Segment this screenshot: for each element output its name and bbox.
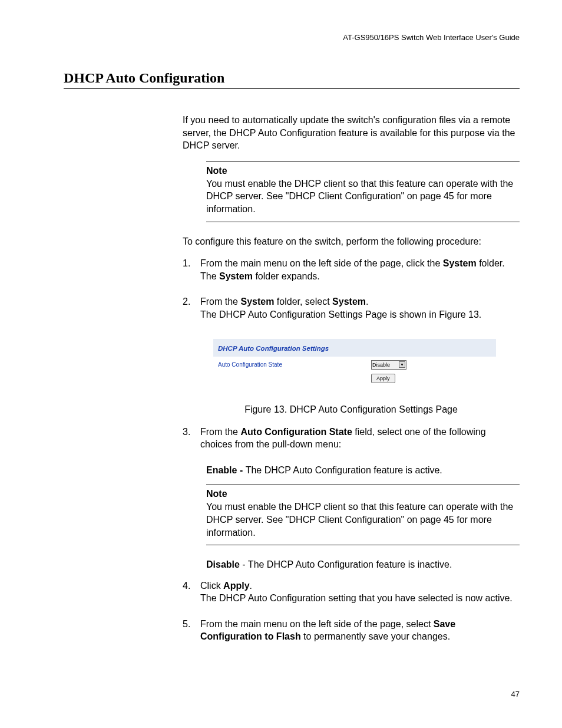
t: Disable (206, 559, 240, 569)
t: The (200, 271, 219, 281)
note-block-1: Note You must enable the DHCP client so … (206, 162, 520, 222)
t: System (219, 271, 253, 281)
step-text: Click Apply. The DHCP Auto Configuration… (200, 581, 513, 604)
figure-panel-header: DHCP Auto Configuration Settings (213, 339, 496, 357)
t: Apply (223, 581, 249, 591)
t: From the (200, 427, 240, 437)
figure-field-row: Auto Configuration State Disable ▼ (213, 357, 496, 371)
t: folder, select (274, 297, 332, 307)
select-value: Disable (372, 362, 390, 368)
t: Click (200, 581, 223, 591)
t: folder. (477, 258, 505, 268)
note-block-2: Note You must enable the DHCP client so … (206, 485, 520, 545)
t: The DHCP Auto Configuration Settings Pag… (200, 309, 481, 319)
t: From the main menu on the left side of t… (200, 619, 434, 629)
step-text: From the Auto Configuration State field,… (200, 427, 486, 450)
section-title: DHCP Auto Configuration (64, 70, 520, 89)
step-text: From the main menu on the left side of t… (200, 619, 455, 642)
disable-option: Disable - The DHCP Auto Configuration fe… (206, 558, 520, 571)
step-3: 3. From the Auto Configuration State fie… (183, 426, 520, 451)
t: Enable - (206, 465, 246, 475)
step-5: 5. From the main menu on the left side o… (183, 618, 520, 643)
t: . (366, 297, 368, 307)
note-title: Note (206, 166, 520, 176)
intro-paragraph: If you need to automatically update the … (183, 114, 520, 152)
step-4: 4. Click Apply. The DHCP Auto Configurat… (183, 579, 520, 605)
t: to permanently save your changes. (301, 631, 450, 641)
page-number: 47 (511, 690, 520, 699)
auto-config-state-select[interactable]: Disable ▼ (371, 360, 406, 370)
enable-option: Enable - The DHCP Auto Configuration fea… (206, 464, 520, 477)
t: From the (200, 297, 240, 307)
figure-field-label: Auto Configuration State (218, 361, 371, 368)
running-header: AT-GS950/16PS Switch Web Interface User'… (64, 33, 520, 42)
t: System (443, 258, 477, 268)
step-number: 5. (183, 618, 190, 631)
t: System (240, 297, 274, 307)
step-number: 2. (183, 295, 190, 308)
step-number: 3. (183, 426, 190, 439)
t: - The DHCP Auto Configuration feature is… (240, 559, 452, 569)
note-body: You must enable the DHCP client so that … (206, 500, 520, 539)
t: . (250, 581, 252, 591)
apply-button[interactable]: Apply (371, 374, 395, 383)
t: The DHCP Auto Configuration setting that… (200, 593, 513, 603)
t: Auto Configuration State (240, 427, 352, 437)
t: folder expands. (253, 271, 320, 281)
chevron-down-icon: ▼ (399, 361, 405, 368)
step-1: 1. From the main menu on the left side o… (183, 257, 520, 282)
step-2: 2. From the System folder, select System… (183, 295, 520, 321)
figure-apply-row: Apply (213, 371, 496, 387)
figure-caption: Figure 13. DHCP Auto Configuration Setti… (183, 404, 520, 415)
figure-13: DHCP Auto Configuration Settings Auto Co… (213, 339, 496, 387)
t: System (332, 297, 366, 307)
step-number: 1. (183, 257, 190, 270)
note-body: You must enable the DHCP client so that … (206, 177, 520, 216)
note-title: Note (206, 489, 520, 499)
procedure-lead-in: To configure this feature on the switch,… (183, 235, 520, 248)
step-number: 4. (183, 579, 190, 592)
figure-panel-title: DHCP Auto Configuration Settings (218, 345, 329, 352)
t: The DHCP Auto Configuration feature is a… (246, 465, 442, 475)
step-text: From the main menu on the left side of t… (200, 258, 505, 281)
t: From the main menu on the left side of t… (200, 258, 443, 268)
step-text: From the System folder, select System. T… (200, 297, 481, 319)
